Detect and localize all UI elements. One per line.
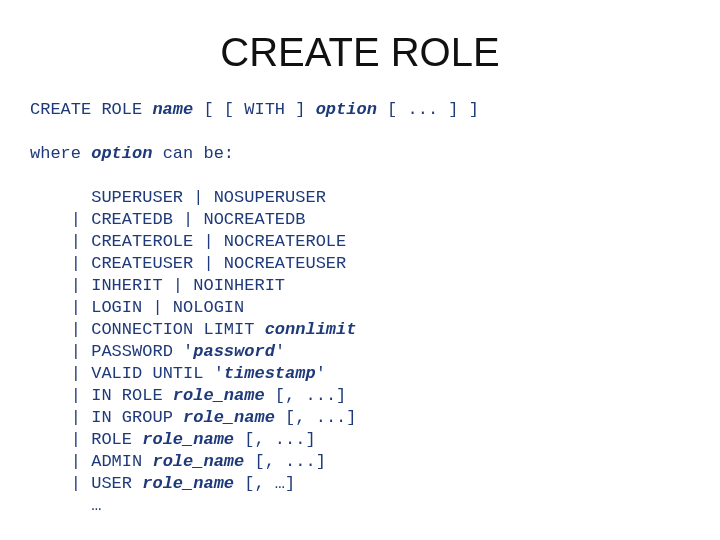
slide-title: CREATE ROLE — [30, 30, 690, 75]
list-tail: [, ...] — [234, 430, 316, 449]
indent: | — [30, 298, 91, 317]
opt-createdb: | CREATEDB | NOCREATEDB — [30, 210, 305, 229]
opt-role: | ROLE role_name [, ...] — [30, 430, 316, 449]
indent: | — [30, 452, 91, 471]
close-quote: ' — [316, 364, 326, 383]
opt-text: IN GROUP — [91, 408, 183, 427]
indent — [30, 496, 91, 515]
param-role-name: role_name — [152, 452, 244, 471]
indent: | — [30, 386, 91, 405]
opt-text: USER — [91, 474, 142, 493]
close-quote: ' — [275, 342, 285, 361]
opt-text: PASSWORD ' — [91, 342, 193, 361]
indent — [30, 188, 91, 207]
opt-createuser: | CREATEUSER | NOCREATEUSER — [30, 254, 346, 273]
kw-tail: [ ... ] ] — [377, 100, 479, 119]
opt-ingroup: | IN GROUP role_name [, ...] — [30, 408, 357, 427]
opt-admin: | ADMIN role_name [, ...] — [30, 452, 326, 471]
opt-ellipsis: … — [30, 496, 101, 515]
indent: | — [30, 342, 91, 361]
indent: | — [30, 276, 91, 295]
code-block: CREATE ROLE name [ [ WITH ] option [ ...… — [30, 99, 690, 517]
param-role-name: role_name — [142, 474, 234, 493]
param-connlimit: connlimit — [265, 320, 357, 339]
opt-text: ROLE — [91, 430, 142, 449]
kw-with: [ [ WITH ] — [193, 100, 315, 119]
opt-connlimit: | CONNECTION LIMIT connlimit — [30, 320, 356, 339]
where-line: where option can be: — [30, 144, 234, 163]
param-role-name: role_name — [183, 408, 275, 427]
list-tail: [, ...] — [275, 408, 357, 427]
opt-inherit: | INHERIT | NOINHERIT — [30, 276, 285, 295]
opt-createrole: | CREATEROLE | NOCREATEROLE — [30, 232, 346, 251]
opt-password: | PASSWORD 'password' — [30, 342, 285, 361]
opt-text: CREATEROLE | NOCREATEROLE — [91, 232, 346, 251]
indent: | — [30, 254, 91, 273]
opt-text: CREATEDB | NOCREATEDB — [91, 210, 305, 229]
opt-superuser: SUPERUSER | NOSUPERUSER — [30, 188, 326, 207]
indent: | — [30, 430, 91, 449]
indent: | — [30, 320, 91, 339]
indent: | — [30, 474, 91, 493]
param-timestamp: timestamp — [224, 364, 316, 383]
ellipsis-text: … — [91, 496, 101, 515]
syntax-line: CREATE ROLE name [ [ WITH ] option [ ...… — [30, 100, 479, 119]
opt-text: INHERIT | NOINHERIT — [91, 276, 285, 295]
opt-text: LOGIN | NOLOGIN — [91, 298, 244, 317]
indent: | — [30, 210, 91, 229]
where-prefix: where — [30, 144, 91, 163]
where-suffix: can be: — [152, 144, 234, 163]
opt-user: | USER role_name [, …] — [30, 474, 295, 493]
param-role-name: role_name — [173, 386, 265, 405]
param-option: option — [316, 100, 377, 119]
slide: CREATE ROLE CREATE ROLE name [ [ WITH ] … — [0, 0, 720, 540]
opt-text: SUPERUSER | NOSUPERUSER — [91, 188, 326, 207]
list-tail: [, …] — [234, 474, 295, 493]
opt-login: | LOGIN | NOLOGIN — [30, 298, 244, 317]
opt-text: CREATEUSER | NOCREATEUSER — [91, 254, 346, 273]
list-tail: [, ...] — [265, 386, 347, 405]
where-option: option — [91, 144, 152, 163]
indent: | — [30, 408, 91, 427]
opt-text: ADMIN — [91, 452, 152, 471]
indent: | — [30, 364, 91, 383]
param-password: password — [193, 342, 275, 361]
opt-validuntil: | VALID UNTIL 'timestamp' — [30, 364, 326, 383]
opt-inrole: | IN ROLE role_name [, ...] — [30, 386, 346, 405]
kw-create-role: CREATE ROLE — [30, 100, 152, 119]
param-name: name — [152, 100, 193, 119]
opt-text: VALID UNTIL ' — [91, 364, 224, 383]
param-role-name: role_name — [142, 430, 234, 449]
indent: | — [30, 232, 91, 251]
list-tail: [, ...] — [244, 452, 326, 471]
opt-text: CONNECTION LIMIT — [91, 320, 264, 339]
opt-text: IN ROLE — [91, 386, 173, 405]
